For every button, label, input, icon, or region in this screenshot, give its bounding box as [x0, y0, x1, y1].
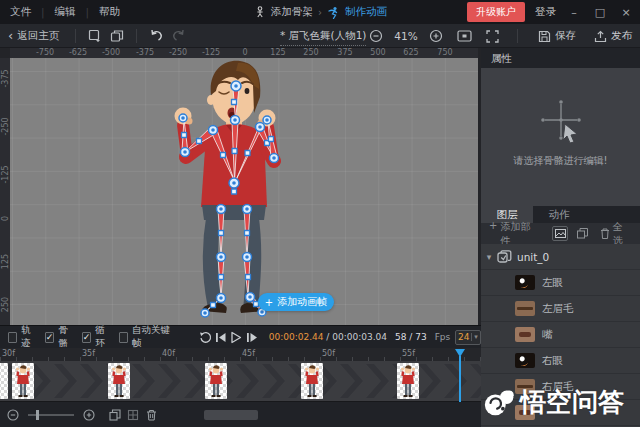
toggle-auto-keyframe[interactable]: ✓ 自动关键帧 [119, 324, 172, 350]
group-name: unit_0 [517, 251, 549, 263]
layer-group-row[interactable]: ▾ unit_0 [481, 244, 640, 270]
toggle-label: 自动关键帧 [132, 324, 172, 350]
copy-layer-button[interactable] [575, 226, 590, 241]
replay-button[interactable] [198, 329, 213, 345]
play-button[interactable] [228, 329, 243, 345]
keyframe-thumbnail[interactable] [301, 363, 323, 399]
copy-keyframe-button[interactable] [106, 407, 124, 423]
step-make-animation[interactable]: 制作动画 [345, 5, 387, 19]
duplicate-button[interactable] [106, 26, 128, 46]
prev-frame-icon [214, 331, 227, 344]
keyframe-thumbnail[interactable] [205, 363, 227, 399]
timeline-ruler[interactable]: 30f 35f 40f 45f 50f 55f [0, 348, 481, 361]
mouth-thumbnail [515, 327, 535, 342]
ruler-label: -500 [96, 48, 126, 57]
add-frame-label: 添加动画帧 [277, 295, 327, 309]
layer-item-left-eyebrow[interactable]: 左眉毛 [481, 296, 640, 322]
paste-icon [127, 409, 139, 421]
layer-item-left-eye[interactable]: 左眼 [481, 270, 640, 296]
ruler-label: 625 [396, 48, 426, 57]
character-with-skeleton[interactable] [150, 55, 350, 320]
zoom-in-button[interactable] [425, 26, 447, 46]
layer-item-mouth[interactable]: 嘴 [481, 322, 640, 348]
title-bar: 文件 | 编辑 | 帮助 添加骨架 › 制作动画 升级账户 登录 – □ × [0, 0, 640, 24]
zoom-in-icon [429, 29, 443, 43]
menu-file[interactable]: 文件 [0, 5, 41, 19]
toggle-label: 循环 [95, 324, 110, 350]
minimize-icon[interactable]: – [566, 6, 582, 19]
toolbar-divider [75, 29, 76, 43]
main-toolbar: ‹ 返回主页 * 眉飞色舞(人物1) 41% [0, 24, 640, 48]
save-button[interactable]: 保存 [532, 29, 582, 43]
menu-edit[interactable]: 编辑 [45, 5, 86, 19]
menu-help[interactable]: 帮助 [89, 5, 130, 19]
layer-list: ▾ unit_0 左眼 左眉毛 嘴 右眼 [481, 244, 640, 427]
total-time: / 00:00:03.04 [326, 332, 387, 342]
track-zoom-out-button[interactable] [4, 407, 22, 423]
redo-button[interactable] [167, 26, 189, 46]
zoom-out-icon [7, 409, 19, 421]
copy-icon [577, 228, 588, 239]
fit-screen-button[interactable] [453, 26, 475, 46]
ruler-label: -250 [1, 112, 10, 142]
thumbnail-figure [12, 363, 34, 399]
add-animation-frame-button[interactable]: + 添加动画帧 [258, 293, 334, 311]
layer-item-right-eyebrow[interactable]: 右眉毛 [481, 374, 640, 400]
step-add-skeleton[interactable]: 添加骨架 [271, 5, 313, 19]
ruler-label: -125 [1, 160, 10, 190]
breadcrumb-separator-icon: › [318, 7, 322, 18]
maximize-icon[interactable]: □ [592, 6, 608, 19]
keyframe-thumbnail[interactable] [12, 363, 34, 399]
publish-button[interactable]: 发布 [588, 29, 638, 43]
zoom-out-button[interactable] [365, 26, 387, 46]
new-frame-button[interactable] [84, 26, 106, 46]
close-icon[interactable]: × [618, 6, 634, 19]
toggle-trajectory[interactable]: ✓ 轨迹 [8, 324, 37, 350]
fps-dropdown[interactable]: 24 ▾ [455, 330, 481, 345]
toolbar-divider [517, 29, 518, 43]
toggle-bones[interactable]: ✓ 骨骼 [45, 324, 74, 350]
slider-track [28, 414, 74, 416]
keyframe-thumbnail[interactable] [397, 363, 419, 399]
keyframe-track[interactable] [0, 361, 481, 401]
app-window: 文件 | 编辑 | 帮助 添加骨架 › 制作动画 升级账户 登录 – □ × ‹ [0, 0, 640, 427]
delete-layer-button[interactable] [597, 226, 612, 241]
keyframe-thumbnail[interactable] [108, 363, 130, 399]
duplicate-icon [110, 29, 124, 43]
timeline-horizontal-scrollbar[interactable] [204, 410, 258, 420]
fullscreen-button[interactable] [481, 26, 503, 46]
slider-thumb[interactable] [36, 410, 39, 420]
layers-toolbar: + 添加部件 全选 [481, 223, 640, 244]
upgrade-account-button[interactable]: 升级账户 [467, 2, 525, 22]
left-eyebrow-thumbnail [515, 301, 535, 316]
track-zoom-slider[interactable] [28, 409, 74, 421]
prev-frame-button[interactable] [213, 329, 228, 345]
login-button[interactable]: 登录 [535, 5, 556, 19]
paste-keyframe-button[interactable] [124, 407, 142, 423]
thumbnail-figure [397, 363, 419, 399]
next-frame-button[interactable] [243, 329, 258, 345]
toggle-loop[interactable]: ✓ 循环 [82, 324, 111, 350]
checkbox: ✓ [8, 332, 17, 343]
document-title[interactable]: * 眉飞色舞(人物1) [280, 29, 366, 46]
layer-item-partial[interactable] [481, 400, 640, 426]
layer-item-label: 左眉毛 [542, 302, 574, 316]
tab-actions[interactable]: 动作 [533, 206, 585, 223]
check-icon: ✓ [46, 333, 54, 342]
ruler-label: 750 [430, 48, 460, 57]
checkbox: ✓ [45, 332, 55, 343]
track-zoom-in-button[interactable] [80, 407, 98, 423]
keyframe-thumbnail[interactable] [0, 363, 8, 399]
delete-keyframe-button[interactable] [142, 407, 160, 423]
image-mode-button[interactable] [552, 226, 567, 241]
ruler-label: -375 [1, 64, 10, 94]
layer-item-right-eye[interactable]: 右眼 [481, 348, 640, 374]
titlebar-right: 升级账户 登录 – □ × [467, 0, 634, 24]
chevron-down-icon[interactable]: ▾ [481, 252, 497, 262]
back-home-button[interactable]: ‹ 返回主页 [0, 28, 67, 43]
undo-button[interactable] [145, 26, 167, 46]
ruler-corner [0, 48, 10, 58]
trash-icon [146, 409, 157, 421]
ruler-label: -625 [63, 48, 93, 57]
timeline-panel: ✓ 轨迹 ✓ 骨骼 ✓ 循环 ✓ 自动关键帧 [0, 325, 481, 427]
